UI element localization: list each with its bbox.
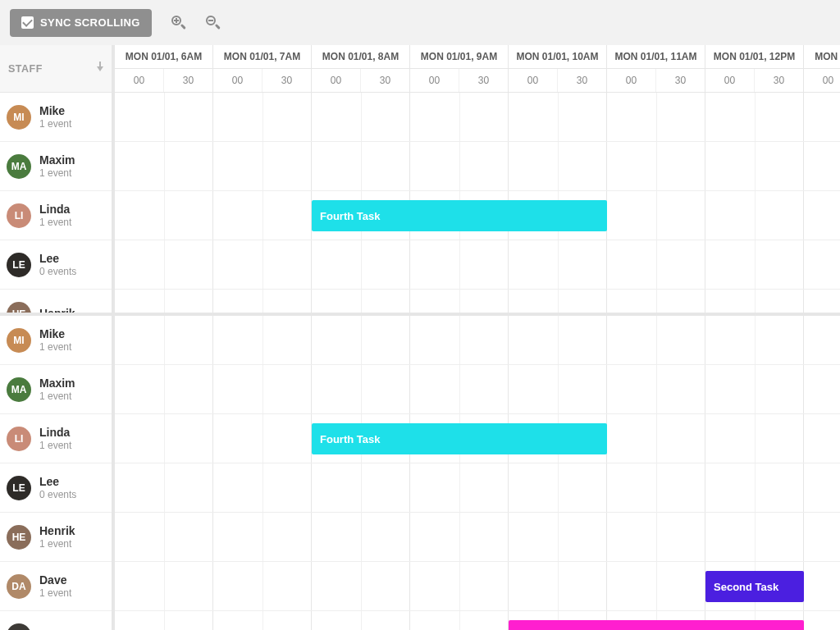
hour-column: MON 01/01, 7AM0030 xyxy=(213,45,312,92)
staff-row[interactable]: HEHenrik1 event xyxy=(0,513,112,562)
staff-row[interactable]: LELee0 events xyxy=(0,463,112,513)
timeline-header: STAFF MON 01/01, 6AM0030MON 01/01, 7AM00… xyxy=(0,45,840,93)
staff-name: Dave xyxy=(39,573,71,587)
zoom-in-icon[interactable] xyxy=(171,16,186,30)
zoom-out-icon[interactable] xyxy=(206,16,221,30)
staff-subtext: 1 event xyxy=(39,167,75,179)
minute-label: 00 xyxy=(312,69,361,92)
minute-label: 30 xyxy=(459,69,508,92)
staff-subtext: 1 event xyxy=(39,587,71,599)
scheduler-panel-top: MIMike1 eventMAMaxim1 eventLILinda1 even… xyxy=(0,93,840,316)
timeline-grid-bottom[interactable]: Fourth TaskSecond Task xyxy=(115,316,840,630)
hour-column: MON 01/01, 8AM0030 xyxy=(312,45,410,92)
avatar: MI xyxy=(7,105,31,130)
task-bar[interactable]: Fourth Task xyxy=(312,200,607,231)
task-bar[interactable] xyxy=(509,620,804,630)
hour-column: MON 01/01, 9AM0030 xyxy=(410,45,509,92)
minute-label: 30 xyxy=(656,69,705,92)
staff-name: Lee xyxy=(39,252,76,266)
scheduler-panel-bottom: MIMike1 eventMAMaxim1 eventLILinda1 even… xyxy=(0,316,840,630)
minute-label: 30 xyxy=(164,69,212,92)
hour-label: MON 01/01, 12PM xyxy=(705,45,803,69)
avatar: MA xyxy=(7,154,31,179)
toolbar: SYNC SCROLLING xyxy=(0,0,840,45)
avatar: DA xyxy=(7,574,31,599)
staff-row[interactable]: MIMike1 event xyxy=(0,316,112,365)
avatar: LE xyxy=(7,253,31,277)
minute-label: 30 xyxy=(262,69,311,92)
staff-subtext: 1 event xyxy=(39,217,71,228)
minute-label: 30 xyxy=(755,69,803,92)
hour-label: MON 01/01, 11AM xyxy=(607,45,705,69)
minute-label: 00 xyxy=(705,69,755,92)
staff-row[interactable]: ARArcady xyxy=(0,611,112,630)
staff-row[interactable]: DADave1 event xyxy=(0,562,112,611)
task-bar[interactable]: Fourth Task xyxy=(312,423,607,454)
avatar: AR xyxy=(7,623,31,631)
staff-row[interactable]: MAMaxim1 event xyxy=(0,365,112,414)
hour-column: MON 01/01, 11AM0030 xyxy=(607,45,705,92)
avatar: LI xyxy=(7,427,31,451)
staff-row[interactable]: LILinda1 event xyxy=(0,414,112,463)
staff-name: Henrik xyxy=(39,524,75,538)
staff-name: Linda xyxy=(39,426,71,440)
minute-label: 00 xyxy=(509,69,558,92)
staff-name: Maxim xyxy=(39,377,75,390)
hour-label: MON 01/01, 10AM xyxy=(509,45,606,69)
minute-label: 30 xyxy=(361,69,409,92)
staff-subtext: 0 events xyxy=(39,266,76,277)
avatar: LI xyxy=(7,203,31,228)
minute-label: 00 xyxy=(607,69,656,92)
task-bar[interactable]: Second Task xyxy=(705,571,804,602)
staff-name: Mike xyxy=(39,327,71,341)
minute-label: 00 xyxy=(213,69,262,92)
minute-label: 00 xyxy=(115,69,164,92)
hour-label: MON 01/01, 9AM xyxy=(410,45,508,69)
avatar: HE xyxy=(7,525,31,550)
staff-subtext: 1 event xyxy=(39,341,71,353)
avatar: MI xyxy=(7,328,31,353)
staff-header[interactable]: STAFF xyxy=(0,45,115,92)
hour-column: MON 01/01, 6AM0030 xyxy=(115,45,213,92)
hour-label: MON 01/01, 8AM xyxy=(312,45,409,69)
avatar: LE xyxy=(7,476,31,500)
minute-label: 30 xyxy=(558,69,606,92)
staff-row[interactable]: MAMaxim1 event xyxy=(0,142,112,191)
staff-name: Lee xyxy=(39,475,76,489)
staff-subtext: 1 event xyxy=(39,440,71,451)
staff-subtext: 1 event xyxy=(39,118,71,130)
hour-column: MON 01/01, 1PM0030 xyxy=(804,45,840,92)
staff-subtext: 1 event xyxy=(39,390,75,402)
hour-column: MON 01/01, 10AM0030 xyxy=(509,45,607,92)
staff-name: Mike xyxy=(39,104,71,118)
staff-name: Linda xyxy=(39,203,71,217)
staff-header-label: STAFF xyxy=(8,63,43,75)
hour-label: MON 01/01, 7AM xyxy=(213,45,311,69)
avatar: MA xyxy=(7,377,31,402)
staff-name: Henrik xyxy=(39,307,75,313)
staff-row[interactable]: HEHenrik xyxy=(0,290,112,313)
hour-label: MON 01/01, 1PM xyxy=(804,45,840,69)
staff-name: Maxim xyxy=(39,153,75,167)
hour-column: MON 01/01, 12PM0030 xyxy=(705,45,804,92)
arrow-down-icon xyxy=(97,66,103,71)
minute-label: 00 xyxy=(804,69,840,92)
checkbox-icon xyxy=(21,16,34,29)
minute-label: 00 xyxy=(410,69,459,92)
avatar: HE xyxy=(7,302,31,313)
staff-row[interactable]: LILinda1 event xyxy=(0,191,112,240)
staff-row[interactable]: MIMike1 event xyxy=(0,93,112,142)
timeline-grid-top[interactable]: Fourth Task xyxy=(115,93,840,313)
staff-subtext: 1 event xyxy=(39,538,75,550)
sync-scrolling-label: SYNC SCROLLING xyxy=(40,16,140,29)
staff-row[interactable]: LELee0 events xyxy=(0,240,112,290)
hour-label: MON 01/01, 6AM xyxy=(115,45,212,69)
sync-scrolling-button[interactable]: SYNC SCROLLING xyxy=(10,9,152,37)
staff-subtext: 0 events xyxy=(39,489,76,500)
